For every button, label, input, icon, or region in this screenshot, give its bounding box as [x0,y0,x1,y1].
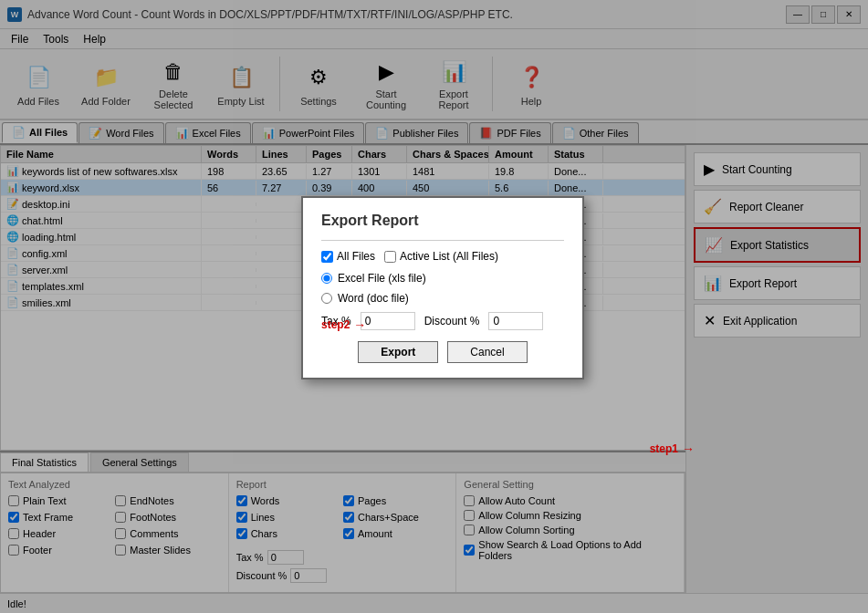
step2-annotation: step2 → [321,317,366,332]
excel-option-row: Excel File (xls file) [321,272,564,285]
modal-step2-area: step2 → Export Cancel [321,341,564,363]
active-list-checkbox[interactable] [384,251,396,263]
modal-discount-input[interactable] [488,312,543,330]
step1-annotation: step1 → [650,442,695,456]
word-radio[interactable] [321,293,332,304]
step2-label: step2 [321,318,350,331]
active-list-check-row: Active List (All Files) [384,250,498,263]
export-dialog-export-button[interactable]: Export [358,341,438,363]
excel-radio-label: Excel File (xls file) [338,272,426,285]
modal-discount-label: Discount % [424,315,480,327]
word-radio-label: Word (doc file) [338,292,409,305]
all-files-checkbox-label: All Files [337,250,375,263]
step1-arrow: → [682,442,695,456]
modal-buttons: Export Cancel [321,341,564,363]
modal-tax-input[interactable] [361,312,415,330]
all-files-checkbox[interactable] [321,251,333,263]
all-files-check-row: All Files [321,250,375,263]
active-list-checkbox-label: Active List (All Files) [400,250,498,263]
step1-label: step1 [650,442,678,455]
export-report-dialog: Export Report All Files Active List (All… [301,196,584,379]
modal-files-row: All Files Active List (All Files) [321,250,564,263]
word-option-row: Word (doc file) [321,292,564,305]
excel-radio[interactable] [321,273,332,284]
step2-arrow: → [353,317,366,332]
export-report-dialog-title: Export Report [321,213,564,229]
modal-divider [321,240,564,241]
modal-overlay: Export Report All Files Active List (All… [0,0,868,613]
export-dialog-cancel-button[interactable]: Cancel [447,341,527,363]
